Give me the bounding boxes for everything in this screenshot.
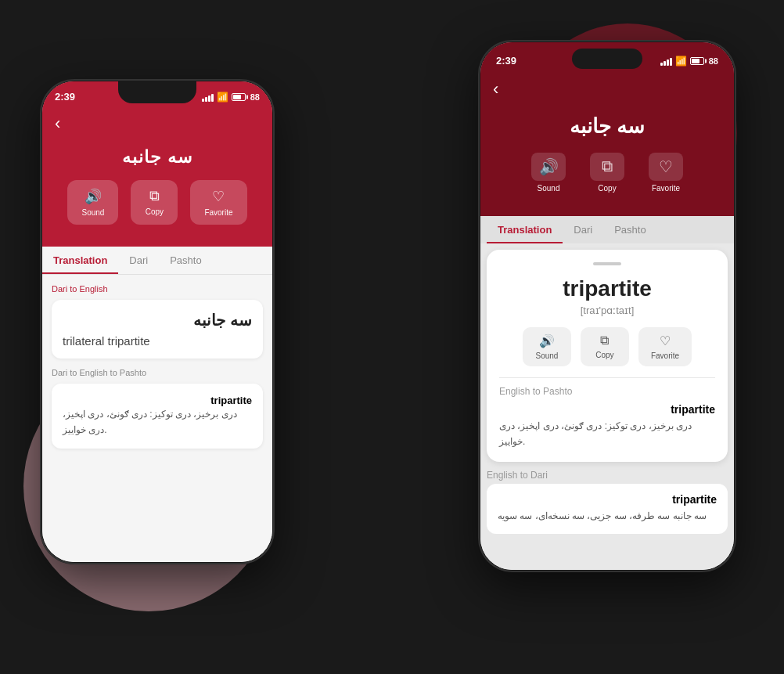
right-back-row: ‹ bbox=[480, 77, 734, 102]
right-content-area: tripartite [traɪ'pɑːtaɪt] 🔊 Sound ⧉ Copy bbox=[480, 243, 734, 570]
battery-label: 88 bbox=[250, 92, 260, 102]
main-english-word: tripartite bbox=[499, 276, 715, 301]
signal-icon bbox=[202, 92, 214, 102]
translation-card-left: سه جانبه trilateral tripartite bbox=[52, 300, 263, 359]
phonetic: [traɪ'pɑːtaɪt] bbox=[499, 305, 715, 316]
sound-label-left: Sound bbox=[81, 208, 104, 217]
card-action-buttons: 🔊 Sound ⧉ Copy ♡ Favorite bbox=[499, 327, 715, 366]
notch-left bbox=[118, 81, 196, 103]
right-word-title: سه جانبه bbox=[480, 102, 734, 146]
battery-label-right: 88 bbox=[709, 56, 718, 66]
battery-icon-right bbox=[690, 57, 704, 65]
dari-word-left: سه جانبه bbox=[63, 311, 252, 330]
right-action-buttons: 🔊 Sound ⧉ Copy ♡ Favorite bbox=[480, 146, 734, 204]
english-translation-left: trilateral tripartite bbox=[63, 334, 252, 348]
dari-word-desc-right: سه جانبه سه طرفه، سه جزیی، سه نسخه‌ای، س… bbox=[498, 510, 707, 521]
battery-icon bbox=[232, 93, 246, 101]
phone-left-inner: 2:39 📶 88 bbox=[42, 81, 272, 562]
card-heart-icon: ♡ bbox=[660, 333, 671, 348]
dynamic-island bbox=[572, 49, 642, 69]
phones-container: 2:39 📶 88 bbox=[16, 16, 768, 658]
wifi-icon: 📶 bbox=[217, 92, 228, 103]
card-sound-lbl: Sound bbox=[535, 351, 558, 360]
card-copy-btn[interactable]: ⧉ Copy bbox=[581, 327, 629, 366]
left-status-time: 2:39 bbox=[55, 91, 75, 103]
copy-button-right[interactable]: ⧉ Copy bbox=[586, 153, 629, 193]
dari-to-english-label: Dari to English bbox=[52, 284, 263, 294]
right-status-icons: 📶 88 bbox=[660, 56, 718, 67]
phone-left: 2:39 📶 88 bbox=[40, 79, 275, 564]
pashto-word-bold: tripartite bbox=[499, 403, 715, 416]
card-favorite-btn[interactable]: ♡ Favorite bbox=[638, 327, 692, 366]
tab-dari-right[interactable]: Dari bbox=[563, 216, 603, 243]
left-word-title: سه جانبه bbox=[42, 138, 272, 174]
wifi-icon-right: 📶 bbox=[675, 56, 687, 67]
left-red-header: 2:39 📶 88 bbox=[42, 81, 272, 247]
dari-eng-pashto-label: Dari to English to Pashto bbox=[52, 368, 263, 377]
left-action-buttons: 🔊 Sound ⧉ Copy ♡ Favorite bbox=[42, 174, 272, 234]
left-status-icons: 📶 88 bbox=[202, 92, 260, 103]
favorite-button-right[interactable]: ♡ Favorite bbox=[645, 153, 688, 193]
screen-right: 2:39 📶 88 bbox=[480, 42, 734, 570]
favorite-label-left: Favorite bbox=[204, 208, 232, 217]
sound-button-left[interactable]: 🔊 Sound bbox=[67, 180, 118, 225]
card-copy-icon: ⧉ bbox=[600, 333, 609, 348]
tab-dari-left[interactable]: Dari bbox=[118, 247, 159, 274]
card-sound-btn[interactable]: 🔊 Sound bbox=[523, 327, 571, 366]
back-button-right[interactable]: ‹ bbox=[493, 81, 498, 98]
back-button-left[interactable]: ‹ bbox=[55, 115, 60, 132]
tab-pashto-left[interactable]: Pashto bbox=[159, 247, 212, 274]
left-tabs: Translation Dari Pashto bbox=[42, 247, 272, 275]
sound-icon-left: 🔊 bbox=[85, 188, 102, 205]
favorite-button-left[interactable]: ♡ Favorite bbox=[190, 180, 246, 225]
section-sep-1 bbox=[499, 377, 715, 378]
left-header-top: ‹ bbox=[42, 110, 272, 138]
right-dari-card: tripartite سه جانبه سه طرفه، سه جزیی، سه… bbox=[487, 484, 728, 533]
tab-translation-right[interactable]: Translation bbox=[487, 216, 563, 243]
copy-icon-left: ⧉ bbox=[149, 188, 160, 204]
card-copy-lbl: Copy bbox=[595, 351, 613, 359]
phone-right-inner: 2:39 📶 88 bbox=[480, 42, 734, 570]
copy-button-left[interactable]: ⧉ Copy bbox=[131, 180, 178, 225]
heart-icon-right: ♡ bbox=[649, 153, 683, 181]
signal-icon-right bbox=[660, 56, 672, 66]
sub-word-left: tripartite bbox=[63, 395, 252, 406]
card-sound-icon: 🔊 bbox=[539, 333, 555, 348]
eng-pashto-label: English to Pashto bbox=[499, 386, 715, 397]
sound-label-right: Sound bbox=[538, 184, 560, 193]
copy-label-left: Copy bbox=[146, 207, 164, 216]
sub-card-left: tripartite دری برخیز، دری توکیز: دری ګون… bbox=[52, 384, 263, 449]
tab-pashto-right[interactable]: Pashto bbox=[603, 216, 656, 243]
screen-left: 2:39 📶 88 bbox=[42, 81, 272, 562]
favorite-label-right: Favorite bbox=[652, 184, 680, 193]
copy-label-right: Copy bbox=[598, 184, 616, 193]
dari-word-bold-right: tripartite bbox=[498, 493, 717, 506]
eng-dari-label: English to Dari bbox=[487, 470, 728, 481]
right-pashto-word: tripartite دری برخیز، دری توکیز: دری ګون… bbox=[499, 403, 715, 450]
sound-button-right[interactable]: 🔊 Sound bbox=[527, 153, 570, 193]
left-content-area: Dari to English سه جانبه trilateral trip… bbox=[42, 275, 272, 562]
phone-right: 2:39 📶 88 bbox=[478, 40, 736, 572]
card-favorite-lbl: Favorite bbox=[651, 351, 679, 360]
right-status-time: 2:39 bbox=[496, 55, 516, 67]
copy-icon-right: ⧉ bbox=[590, 153, 624, 181]
right-tabs: Translation Dari Pashto bbox=[480, 216, 734, 243]
drag-handle bbox=[593, 262, 621, 265]
tab-translation-left[interactable]: Translation bbox=[42, 247, 118, 274]
sound-icon-right: 🔊 bbox=[531, 153, 566, 181]
pashto-word-desc: دری برخیز، دری توکیز: دری ګونئ، دری اپخی… bbox=[499, 420, 692, 447]
right-main-card: tripartite [traɪ'pɑːtaɪt] 🔊 Sound ⧉ Copy bbox=[487, 250, 728, 463]
heart-icon-left: ♡ bbox=[212, 188, 225, 205]
sub-desc-left: دری برخیز، دری توکیز: دری ګونئ، دری اپخی… bbox=[63, 409, 237, 435]
